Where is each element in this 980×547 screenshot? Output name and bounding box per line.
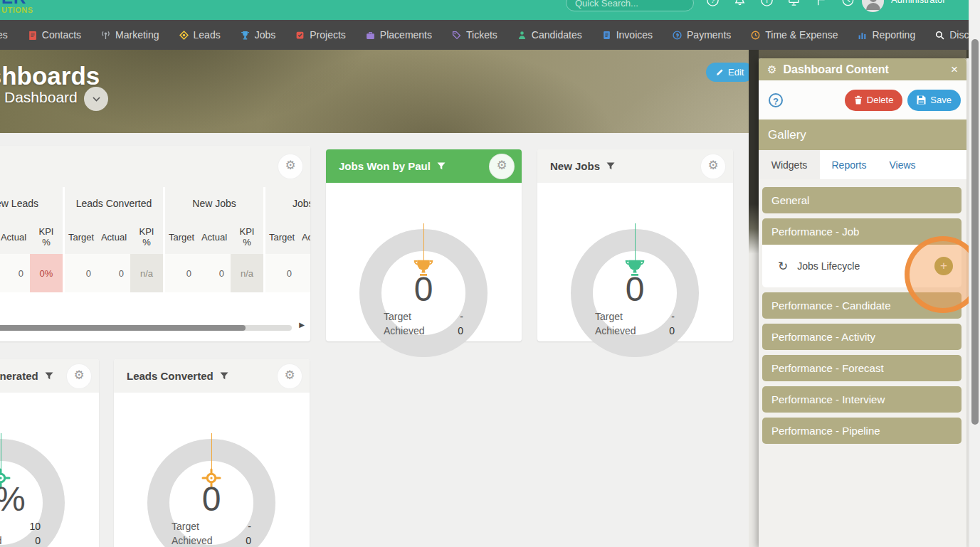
marketing-icon <box>101 31 110 40</box>
page-scrollbar-thumb[interactable] <box>971 39 979 425</box>
filter-icon[interactable] <box>437 162 446 170</box>
kpi-column-header: Actual <box>98 220 130 254</box>
donut-stat-row: Target- <box>172 519 251 533</box>
nav-item-jobs[interactable]: Jobs <box>241 29 276 41</box>
kpi-group-label: New Leads <box>0 187 63 220</box>
stat-value: 0 <box>458 324 463 338</box>
stat-label: Achieved <box>595 324 636 338</box>
panel-section-performance-pipeline[interactable]: Performance - Pipeline <box>762 418 961 444</box>
panel-section-performance-activity[interactable]: Performance - Activity <box>762 324 961 350</box>
close-icon[interactable]: × <box>951 63 958 75</box>
donut-chart: 0Target-Achieved0 <box>537 183 733 341</box>
nav-item-payments[interactable]: Payments <box>673 29 731 41</box>
widget-gallery-item-label[interactable]: Jobs Lifecycle <box>797 260 860 272</box>
filter-icon[interactable] <box>45 372 53 380</box>
backdrop-strip <box>749 50 759 547</box>
save-button[interactable]: Save <box>907 90 961 111</box>
help-icon[interactable]: ? <box>769 93 783 107</box>
user-icon <box>865 0 881 10</box>
kpi-group-jobs-won: Jobs WonTargetActualKPI%0 <box>265 187 310 292</box>
nav-item-leads[interactable]: Leads <box>179 29 221 41</box>
delete-button[interactable]: Delete <box>845 90 903 111</box>
tab-widgets[interactable]: Widgets <box>759 150 820 179</box>
kpi-column-header: Target <box>65 220 98 254</box>
kpi-column-header: Target <box>265 220 298 254</box>
save-button-label: Save <box>930 95 952 105</box>
flag-icon[interactable] <box>814 0 828 7</box>
nav-item-tickets[interactable]: Tickets <box>452 29 497 41</box>
nav-item-placements[interactable]: Placements <box>366 29 432 41</box>
nav-item-time-expense[interactable]: Time & Expense <box>751 29 838 41</box>
widget-settings-button[interactable]: ⚙ <box>277 363 302 389</box>
donut-stat-row: Achieved0 <box>595 324 675 338</box>
username-label[interactable]: Administrator <box>891 0 946 5</box>
save-icon <box>917 95 926 105</box>
nav-item-label: Leads <box>194 29 221 41</box>
app-logo: ER UTIONS <box>1 0 33 15</box>
new-jobs-widget: New Jobs⚙0Target-Achieved0 <box>537 149 733 341</box>
widget-settings-button[interactable]: ⚙ <box>489 154 515 179</box>
stat-value: 0 <box>35 533 41 547</box>
widget-title: Jobs Won by Paul <box>339 160 431 172</box>
kpi-group-leads-converted: Leads ConvertedTargetActualKPI%00n/a <box>65 187 163 292</box>
tab-views[interactable]: Views <box>878 150 927 179</box>
bell-icon[interactable] <box>733 0 747 7</box>
filter-icon[interactable] <box>220 372 228 380</box>
help-circle-icon[interactable]: ? <box>706 0 720 7</box>
nav-item-label: Tickets <box>466 29 497 41</box>
widget-header: Leads Converted⚙ <box>114 359 310 393</box>
page-title: Dashboards <box>0 62 100 90</box>
panel-section-performance-forecast[interactable]: Performance - Forecast <box>762 355 961 381</box>
info-circle-icon[interactable]: i <box>760 0 774 7</box>
table-horizontal-scrollbar[interactable] <box>0 325 292 331</box>
filter-icon[interactable] <box>606 162 615 170</box>
widget-title: Leads Generated <box>0 370 38 382</box>
nav-item-candidates[interactable]: Candidates <box>517 29 582 41</box>
panel-title: Dashboard Content <box>783 63 888 76</box>
tab-reports[interactable]: Reports <box>820 150 878 179</box>
clock-icon[interactable] <box>841 0 855 7</box>
panel-section-general[interactable]: General <box>762 187 961 213</box>
stat-value: - <box>460 309 463 324</box>
widget-settings-button[interactable]: ⚙ <box>66 363 92 389</box>
kpi-column-header: KPI% <box>231 220 263 254</box>
leads-generated-widget: Leads Generated⚙0%Target10Achieved0 <box>0 359 99 547</box>
stat-label: Achieved <box>172 533 213 547</box>
nav-item-marketing[interactable]: Marketing <box>101 29 159 41</box>
trash-icon <box>854 95 863 105</box>
widget-settings-button[interactable]: ⚙ <box>700 154 726 179</box>
dashboard-switcher-button[interactable] <box>84 87 108 111</box>
placements-icon <box>366 31 375 40</box>
app-logo-subtext: UTIONS <box>1 6 33 15</box>
edit-button[interactable]: Edit <box>706 63 754 82</box>
nav-item-reporting[interactable]: Reporting <box>858 29 915 41</box>
stat-value: 0 <box>669 324 675 338</box>
kpi-cell: 0 <box>0 254 30 292</box>
donut-stat-row: Achieved0 <box>172 533 251 547</box>
kpi-table-widget: ⚙ New LeadsTargetActualKPI%00%Leads Conv… <box>0 146 310 341</box>
nav-item-projects[interactable]: Projects <box>295 29 346 41</box>
monitor-icon[interactable] <box>787 0 801 7</box>
table-row: 00n/a <box>65 254 163 292</box>
stat-label: Achieved <box>384 324 425 338</box>
widget-settings-button[interactable]: ⚙ <box>278 154 303 179</box>
nav-item-companies[interactable]: Companies <box>0 29 8 41</box>
widget-header: Jobs Won by Paul⚙ <box>326 149 522 183</box>
page-scrollbar[interactable] <box>969 0 980 547</box>
quick-search-input[interactable] <box>566 0 694 11</box>
avatar[interactable] <box>862 0 884 12</box>
nav-item-contacts[interactable]: Contacts <box>28 29 81 41</box>
scroll-right-arrow[interactable]: ▶ <box>299 321 305 329</box>
stat-label: Target <box>595 309 623 324</box>
kpi-cell: n/a <box>231 254 263 292</box>
donut-value: 0 <box>352 272 495 307</box>
kpi-column-header: Actual <box>298 220 310 254</box>
table-scrollbar-thumb[interactable] <box>0 325 246 331</box>
nav-item-invoices[interactable]: Invoices <box>602 29 653 41</box>
kpi-table-widget-header: ⚙ <box>0 146 310 187</box>
kpi-cell: 0% <box>30 254 63 292</box>
donut-stat-row: Target- <box>595 309 675 324</box>
kpi-group-label: New Jobs <box>165 187 263 220</box>
panel-section-performance-interview[interactable]: Performance - Interview <box>762 386 961 413</box>
svg-text:i: i <box>766 0 767 4</box>
